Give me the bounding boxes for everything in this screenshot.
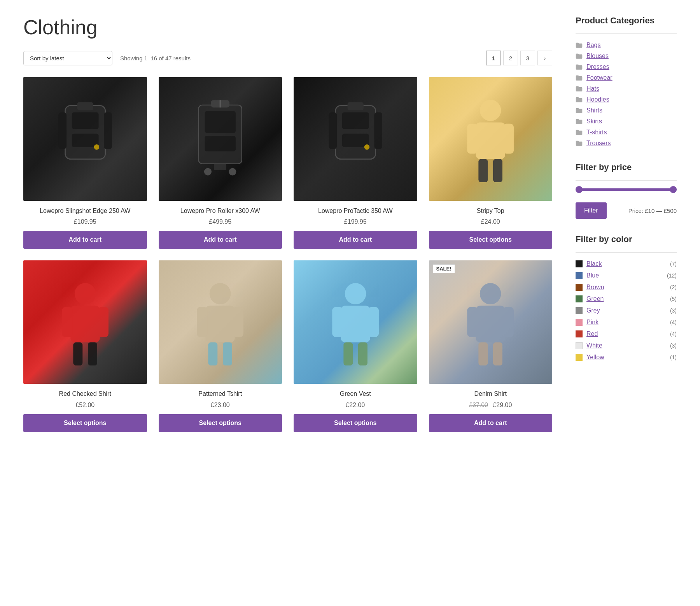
product-image (159, 77, 282, 201)
svg-rect-36 (197, 307, 207, 337)
product-cart-button[interactable]: Add to cart (429, 414, 553, 432)
color-count: (1) (670, 354, 677, 360)
price-filter-title: Filter by price (576, 162, 677, 172)
color-link[interactable]: Green (586, 295, 666, 302)
svg-rect-49 (503, 307, 514, 337)
color-item: Red (4) (576, 330, 677, 337)
product-price: £23.00 (211, 402, 230, 409)
price-filter-section: Filter by price Filter Price: £10 — £500 (576, 162, 677, 219)
folder-icon (576, 130, 583, 135)
category-link[interactable]: Dresses (586, 63, 609, 70)
categories-section: Product Categories Bags Blouses Dresses … (576, 16, 677, 147)
color-link[interactable]: Yellow (586, 354, 666, 361)
product-name: Patterned Tshirt (198, 390, 242, 398)
svg-rect-32 (73, 342, 82, 365)
product-cart-button[interactable]: Add to cart (23, 231, 147, 249)
product-card-p6: Patterned Tshirt £23.00 Select options (159, 260, 282, 432)
price-display: Price: £10 — £500 (628, 207, 677, 214)
svg-rect-31 (98, 307, 108, 337)
next-page[interactable]: › (537, 51, 552, 65)
svg-point-28 (74, 283, 96, 304)
page-3[interactable]: 3 (520, 51, 535, 65)
product-card-p3: Lowepro ProTactic 350 AW £199.95 Add to … (294, 77, 417, 249)
category-link[interactable]: Trousers (586, 140, 611, 147)
svg-rect-1 (72, 112, 98, 129)
price-min-thumb[interactable] (576, 186, 583, 193)
color-link[interactable]: Blue (586, 272, 663, 279)
color-link[interactable]: Pink (586, 319, 666, 326)
product-name: Lowepro Slingshot Edge 250 AW (40, 207, 130, 215)
color-count: (4) (670, 319, 677, 325)
color-link[interactable]: Brown (586, 284, 666, 291)
category-item: Bags (576, 42, 677, 49)
color-count: (5) (670, 296, 677, 302)
category-link[interactable]: Bags (586, 42, 600, 49)
main-content: Clothing Sort by latest Sort by price: l… (23, 16, 552, 448)
page-title: Clothing (23, 16, 552, 39)
price-range-track[interactable] (576, 188, 677, 191)
color-swatch (576, 260, 583, 267)
color-link[interactable]: Black (586, 260, 666, 267)
svg-rect-9 (205, 136, 236, 151)
color-count: (3) (670, 343, 677, 349)
price-max-thumb[interactable] (670, 186, 677, 193)
svg-point-21 (364, 144, 369, 150)
category-item: Hoodies (576, 96, 677, 103)
filter-button[interactable]: Filter (576, 202, 607, 219)
color-filter-title: Filter by color (576, 234, 677, 244)
product-options-button[interactable]: Select options (159, 414, 282, 432)
color-link[interactable]: Red (586, 330, 666, 337)
svg-rect-19 (374, 112, 382, 149)
results-count: Showing 1–16 of 47 results (120, 55, 191, 61)
product-options-button[interactable]: Select options (294, 414, 417, 432)
product-price: £499.95 (209, 218, 231, 225)
svg-rect-50 (478, 342, 488, 365)
product-image (23, 77, 147, 201)
page-1[interactable]: 1 (486, 51, 501, 65)
color-link[interactable]: White (586, 342, 666, 349)
category-link[interactable]: Skirts (586, 118, 602, 125)
category-link[interactable]: Hats (586, 85, 599, 92)
color-link[interactable]: Grey (586, 307, 666, 314)
product-cart-button[interactable]: Add to cart (159, 231, 282, 249)
category-link[interactable]: T-shirts (586, 129, 607, 136)
svg-rect-29 (70, 306, 100, 342)
svg-point-6 (94, 144, 99, 150)
color-swatch (576, 319, 583, 326)
category-link[interactable]: Hoodies (586, 96, 609, 103)
price-range-fill (576, 188, 677, 191)
category-link[interactable]: Blouses (586, 53, 609, 60)
folder-icon (576, 42, 583, 48)
color-item: Brown (2) (576, 284, 677, 291)
category-item: T-shirts (576, 129, 677, 136)
price-old: £37.00 (469, 402, 488, 408)
category-link[interactable]: Shirts (586, 107, 602, 114)
product-grid: Lowepro Slingshot Edge 250 AW £109.95 Ad… (23, 77, 552, 432)
product-options-button[interactable]: Select options (23, 414, 147, 432)
category-list: Bags Blouses Dresses Footwear Hats Hoodi… (576, 42, 677, 147)
product-card-p1: Lowepro Slingshot Edge 250 AW £109.95 Ad… (23, 77, 147, 249)
product-name: Green Vest (340, 390, 371, 398)
svg-rect-17 (342, 133, 369, 147)
product-name: Lowepro Pro Roller x300 AW (180, 207, 260, 215)
product-card-p7: Green Vest £22.00 Select options (294, 260, 417, 432)
svg-rect-2 (72, 133, 98, 147)
product-options-button[interactable]: Select options (429, 231, 553, 249)
product-name: Denim Shirt (474, 390, 507, 398)
svg-rect-27 (493, 159, 502, 182)
product-card-p8: SALE! Denim Shirt £37.00 £29.00 Add to c… (429, 260, 553, 432)
page-2[interactable]: 2 (503, 51, 518, 65)
svg-rect-18 (329, 112, 337, 149)
folder-icon (576, 141, 583, 146)
sort-select[interactable]: Sort by latest Sort by price: low to hig… (23, 51, 112, 65)
category-link[interactable]: Footwear (586, 74, 612, 81)
svg-rect-45 (358, 342, 368, 365)
svg-rect-5 (77, 102, 93, 110)
color-count: (3) (670, 307, 677, 314)
svg-rect-25 (503, 123, 514, 153)
category-item: Skirts (576, 118, 677, 125)
svg-rect-38 (208, 342, 217, 365)
svg-point-13 (229, 168, 236, 175)
product-cart-button[interactable]: Add to cart (294, 231, 417, 249)
svg-rect-8 (205, 111, 236, 133)
